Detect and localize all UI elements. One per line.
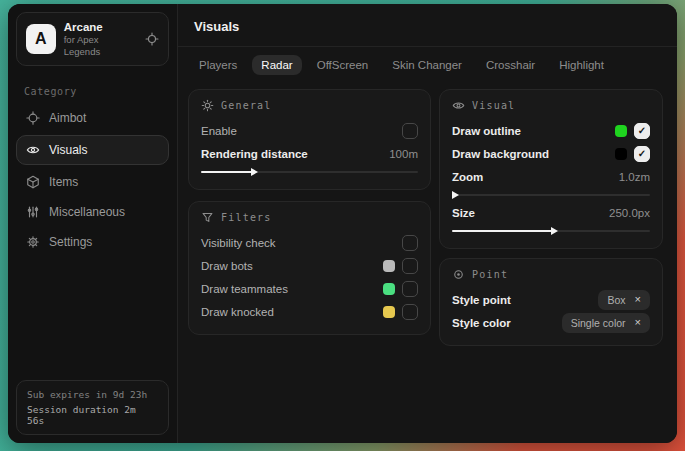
style-point-value: Box <box>607 294 625 306</box>
enable-row: Enable <box>201 119 418 142</box>
sidebar-item-miscellaneous[interactable]: Miscellaneous <box>16 199 169 225</box>
rendering-distance-row: Rendering distance 100m <box>201 142 418 165</box>
eye-icon <box>26 143 40 157</box>
crosshair-icon <box>26 111 40 125</box>
draw-teammates-checkbox[interactable] <box>402 281 418 297</box>
size-value: 250.0px <box>609 207 650 219</box>
slider-thumb[interactable] <box>251 168 258 176</box>
box-icon <box>26 175 40 189</box>
gear-icon <box>26 235 40 249</box>
rendering-distance-label: Rendering distance <box>201 148 308 160</box>
rendering-distance-value: 100m <box>389 148 418 160</box>
point-icon <box>452 268 465 281</box>
content: General Enable Rendering distance 100m <box>178 81 677 356</box>
slider-thumb[interactable] <box>452 191 459 199</box>
visibility-check-checkbox[interactable] <box>402 235 418 251</box>
tabbar: Players Radar OffScreen Skin Changer Cro… <box>178 47 677 81</box>
style-color-select[interactable]: Single color × <box>562 313 650 333</box>
tab-radar[interactable]: Radar <box>252 55 301 75</box>
draw-knocked-color-swatch[interactable] <box>383 306 395 318</box>
sidebar-item-items[interactable]: Items <box>16 169 169 195</box>
draw-knocked-checkbox[interactable] <box>402 304 418 320</box>
draw-outline-checkbox[interactable]: ✓ <box>634 123 650 139</box>
tab-players[interactable]: Players <box>190 55 246 75</box>
sidebar-item-label: Items <box>49 175 78 189</box>
draw-outline-row: Draw outline ✓ <box>452 119 650 142</box>
sun-icon <box>201 99 214 112</box>
draw-teammates-label: Draw teammates <box>201 283 288 295</box>
draw-teammates-row: Draw teammates <box>201 277 418 300</box>
sidebar-item-label: Miscellaneous <box>49 205 125 219</box>
style-point-label: Style point <box>452 294 511 306</box>
sidebar-item-label: Settings <box>49 235 92 249</box>
style-color-value: Single color <box>571 317 626 329</box>
zoom-label: Zoom <box>452 171 483 183</box>
target-icon[interactable] <box>145 32 159 46</box>
draw-teammates-color-swatch[interactable] <box>383 283 395 295</box>
app-subtitle: for Apex Legends <box>64 34 137 58</box>
panel-visual-title: Visual <box>472 100 515 111</box>
draw-bots-color-swatch[interactable] <box>383 260 395 272</box>
style-point-select[interactable]: Box × <box>598 290 650 310</box>
panel-filters: Filters Visibility check Draw bots <box>188 201 431 335</box>
slider-thumb[interactable] <box>551 227 558 235</box>
enable-checkbox[interactable] <box>402 123 418 139</box>
session-duration-text: Session duration 2m 56s <box>27 404 158 426</box>
tab-skin-changer[interactable]: Skin Changer <box>383 55 471 75</box>
enable-label: Enable <box>201 125 237 137</box>
sidebar-item-settings[interactable]: Settings <box>16 229 169 255</box>
draw-background-label: Draw background <box>452 148 549 160</box>
zoom-slider[interactable] <box>452 189 650 201</box>
style-color-row: Style color Single color × <box>452 311 650 334</box>
sub-expires-text: Sub expires in 9d 23h <box>27 389 158 400</box>
app-logo: A <box>26 24 56 54</box>
clear-icon[interactable]: × <box>635 294 641 305</box>
size-label: Size <box>452 207 475 219</box>
draw-outline-color-swatch[interactable] <box>615 125 627 137</box>
app-name: Arcane <box>64 20 137 34</box>
panel-general: General Enable Rendering distance 100m <box>188 89 431 190</box>
sidebar-item-label: Aimbot <box>49 111 86 125</box>
visibility-check-row: Visibility check <box>201 231 418 254</box>
draw-outline-label: Draw outline <box>452 125 521 137</box>
visibility-check-label: Visibility check <box>201 237 276 249</box>
draw-bots-row: Draw bots <box>201 254 418 277</box>
panel-general-title: General <box>221 100 272 111</box>
zoom-row: Zoom 1.0zm <box>452 165 650 188</box>
sidebar-nav: Aimbot Visuals Items <box>8 105 177 255</box>
check-icon: ✓ <box>638 149 646 159</box>
app-window: A Arcane for Apex Legends Category <box>8 4 677 443</box>
draw-background-color-swatch[interactable] <box>615 148 627 160</box>
draw-knocked-label: Draw knocked <box>201 306 274 318</box>
category-label: Category <box>24 86 161 97</box>
main-header: Visuals <box>178 4 677 47</box>
sidebar-item-visuals[interactable]: Visuals <box>16 135 169 165</box>
style-color-label: Style color <box>452 317 511 329</box>
funnel-icon <box>201 211 214 224</box>
tab-offscreen[interactable]: OffScreen <box>308 55 378 75</box>
page-title: Visuals <box>194 19 239 34</box>
tab-crosshair[interactable]: Crosshair <box>477 55 544 75</box>
main-area: Visuals Players Radar OffScreen Skin Cha… <box>178 4 677 443</box>
eye-icon <box>452 99 465 112</box>
size-slider[interactable] <box>452 225 650 237</box>
sidebar: A Arcane for Apex Legends Category <box>8 4 178 443</box>
panel-point-title: Point <box>472 269 508 280</box>
panel-filters-title: Filters <box>221 212 272 223</box>
brand-card: A Arcane for Apex Legends <box>16 12 169 66</box>
zoom-value: 1.0zm <box>619 171 650 183</box>
sidebar-item-label: Visuals <box>49 143 87 157</box>
rendering-distance-slider[interactable] <box>201 166 418 178</box>
clear-icon[interactable]: × <box>635 317 641 328</box>
check-icon: ✓ <box>638 126 646 136</box>
draw-bots-checkbox[interactable] <box>402 258 418 274</box>
size-row: Size 250.0px <box>452 201 650 224</box>
style-point-row: Style point Box × <box>452 288 650 311</box>
draw-knocked-row: Draw knocked <box>201 300 418 323</box>
tab-highlight[interactable]: Highlight <box>550 55 613 75</box>
session-card: Sub expires in 9d 23h Session duration 2… <box>16 380 169 435</box>
draw-background-checkbox[interactable]: ✓ <box>634 146 650 162</box>
sidebar-item-aimbot[interactable]: Aimbot <box>16 105 169 131</box>
draw-bots-label: Draw bots <box>201 260 253 272</box>
panel-point: Point Style point Box × Style color Sing… <box>439 258 663 346</box>
